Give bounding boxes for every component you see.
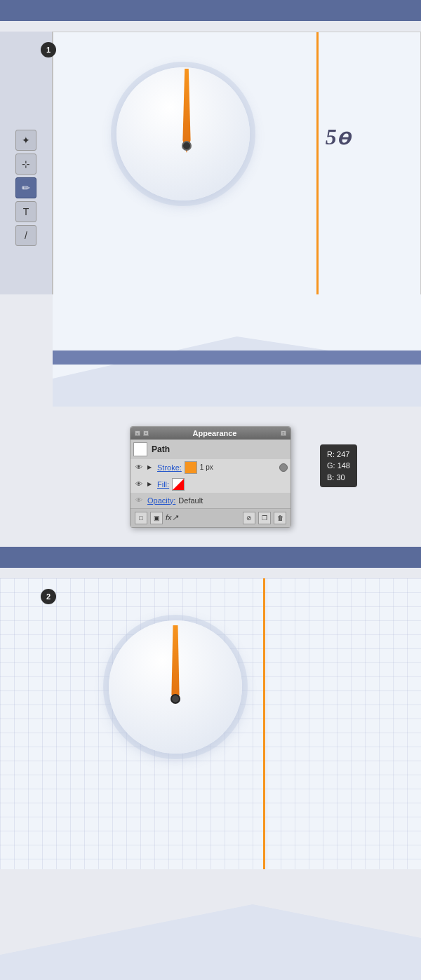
panel-titlebar: « × Appearance ≡	[131, 427, 290, 440]
panel-section: « × Appearance ≡ Path 👁 ▶ Stroke: 1 px 👁…	[0, 407, 421, 547]
fill-visibility-eye[interactable]: 👁	[133, 479, 145, 490]
clock-center-1	[182, 141, 192, 151]
fx-button[interactable]: fx↗	[166, 513, 178, 522]
canvas-area-1: 5ɵ	[53, 32, 421, 305]
collapse-button[interactable]: «	[135, 430, 140, 436]
duplicate-button[interactable]: ❐	[258, 512, 271, 524]
path-color-swatch	[133, 442, 147, 456]
clock-center-2	[171, 694, 180, 704]
tooltip-g: G: 148	[327, 460, 350, 472]
section-2: 2	[0, 547, 421, 980]
slant-area-1	[0, 294, 421, 407]
stroke-color-swatch[interactable]	[185, 461, 197, 474]
delete-button[interactable]: 🗑	[274, 512, 286, 524]
stroke-row: 👁 ▶ Stroke: 1 px	[131, 459, 290, 476]
tool-line[interactable]: /	[15, 225, 36, 246]
opacity-label[interactable]: Opacity:	[147, 496, 175, 505]
fill-expand-arrow[interactable]: ▶	[147, 481, 154, 487]
path-label: Path	[152, 444, 170, 454]
no-button[interactable]: ⊘	[243, 512, 255, 524]
appearance-panel: « × Appearance ≡ Path 👁 ▶ Stroke: 1 px 👁…	[130, 426, 291, 528]
blue-strip-1	[53, 351, 421, 365]
opacity-value: Default	[178, 496, 203, 505]
panel-footer: □ ▣ fx↗ ⊘ ❐ 🗑	[131, 508, 290, 527]
tool-text[interactable]: T	[15, 201, 36, 222]
fifty-text: 5ɵ	[326, 123, 350, 150]
stroke-options-dot[interactable]	[279, 463, 288, 472]
slant-shape-1	[53, 336, 421, 407]
fill-row: 👁 ▶ Fill:	[131, 476, 290, 493]
tooltip-r: R: 247	[327, 449, 350, 461]
tool-star[interactable]: ✦	[15, 130, 36, 151]
slant-area-2	[0, 869, 421, 980]
tool-select[interactable]: ⊹	[15, 154, 36, 175]
path-header: Path	[131, 440, 290, 459]
orange-vertical-line-1	[316, 32, 319, 304]
stroke-value: 1 px	[200, 463, 213, 471]
panel-title: Appearance	[193, 429, 237, 437]
tool-pen[interactable]: ✏	[15, 177, 36, 198]
canvas-area-2	[0, 578, 421, 880]
orange-vertical-line-2	[263, 578, 265, 880]
add-new-fill-button[interactable]: ▣	[150, 512, 163, 524]
panel-controls-left: « ×	[135, 430, 149, 436]
stroke-expand-arrow[interactable]: ▶	[147, 464, 154, 470]
top-bar-2	[0, 547, 421, 568]
close-button[interactable]: ×	[143, 430, 149, 436]
tooltip-b: B: 30	[327, 472, 350, 484]
opacity-row: 👁 Opacity: Default	[131, 493, 290, 508]
fill-color-swatch[interactable]	[172, 478, 185, 491]
color-tooltip: R: 247 G: 148 B: 30	[320, 444, 357, 488]
step-badge-2: 2	[41, 589, 56, 604]
slant-shape-2	[0, 896, 421, 980]
stroke-visibility-eye[interactable]: 👁	[133, 462, 145, 473]
step-badge-1: 1	[41, 42, 56, 57]
menu-button[interactable]: ≡	[281, 430, 286, 436]
stroke-label[interactable]: Stroke:	[157, 463, 182, 472]
opacity-visibility-eye[interactable]: 👁	[133, 495, 145, 506]
add-new-stroke-button[interactable]: □	[135, 512, 147, 524]
section-1: 1 ✦ ⊹ ✏ T / 5ɵ	[0, 0, 421, 407]
top-bar-1	[0, 0, 421, 21]
fill-label[interactable]: Fill:	[157, 480, 169, 489]
toolbar-1: ✦ ⊹ ✏ T /	[0, 32, 53, 305]
